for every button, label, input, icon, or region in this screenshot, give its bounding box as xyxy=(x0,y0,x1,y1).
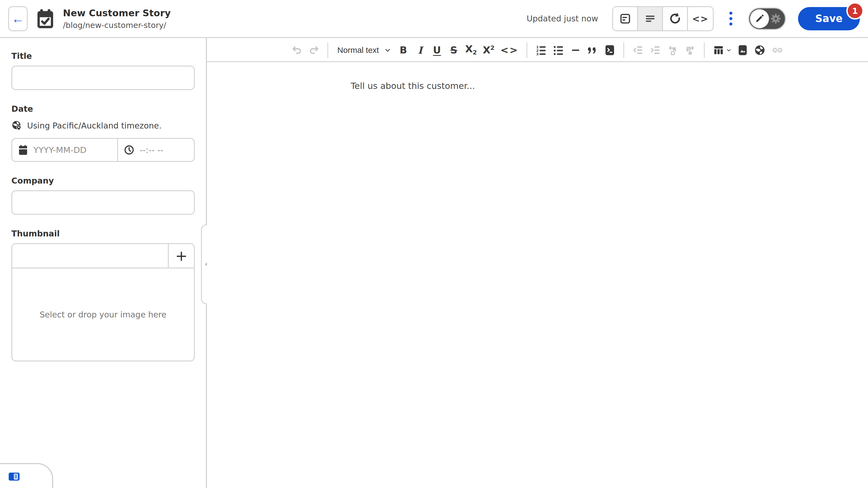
thumbnail-path-input[interactable] xyxy=(12,244,168,268)
view-mode-switcher: <> xyxy=(612,6,714,31)
thumbnail-input-row: + xyxy=(12,244,194,268)
table-icon xyxy=(713,44,724,56)
header-bar: ← New Customer Story /blog/new-customer-… xyxy=(0,0,868,38)
strikethrough-icon: S xyxy=(450,45,457,55)
view-mode-source-editor-button[interactable]: <> xyxy=(688,7,713,30)
subscript-button[interactable]: X2 xyxy=(464,42,478,58)
rotate-left-icon xyxy=(667,44,678,56)
view-mode-visual-editor-button[interactable] xyxy=(613,7,638,30)
bullet-list-button[interactable] xyxy=(551,42,566,58)
toolbar-divider xyxy=(527,42,527,58)
redo-button xyxy=(307,42,321,58)
rotate-left-button xyxy=(665,42,680,58)
outdent-button xyxy=(631,42,645,58)
title-field-label: Title xyxy=(11,51,195,61)
timezone-note-row: Using Pacific/Auckland timezone. xyxy=(11,120,195,131)
kebab-dot xyxy=(730,17,733,20)
content-editor-icon xyxy=(644,13,656,25)
metadata-sidebar: Title Date Using Pacific/Auckland timezo… xyxy=(0,39,206,488)
indent-icon xyxy=(650,44,661,56)
link-icon xyxy=(771,44,783,56)
view-mode-preview-button[interactable] xyxy=(663,7,688,30)
bold-button[interactable]: B xyxy=(396,42,410,58)
toolbar-divider xyxy=(328,42,328,58)
rich-text-editor[interactable]: Tell us about this customer... xyxy=(207,63,868,488)
inline-code-button[interactable]: <> xyxy=(499,42,520,58)
underline-button[interactable]: U xyxy=(430,42,444,58)
table-button[interactable] xyxy=(711,42,733,58)
company-field-label: Company xyxy=(11,176,195,186)
editor-toolbar: Normal text B I U S X2 X2 <> 1 xyxy=(207,39,868,62)
toolbar-divider xyxy=(704,42,705,58)
time-input[interactable] xyxy=(140,145,188,155)
globe-pin-icon xyxy=(11,120,22,131)
blockquote-button[interactable] xyxy=(585,42,600,58)
status-text: Updated just now xyxy=(527,14,598,23)
calendar-icon xyxy=(18,145,28,155)
timezone-note: Using Pacific/Auckland timezone. xyxy=(27,121,162,130)
bold-icon: B xyxy=(400,45,407,55)
globe-icon xyxy=(754,44,766,56)
thumbnail-add-button[interactable]: + xyxy=(168,244,194,268)
calendar-check-icon xyxy=(36,8,55,30)
date-input[interactable] xyxy=(33,145,111,155)
thumbnail-field-label: Thumbnail xyxy=(11,229,195,238)
company-input[interactable] xyxy=(11,190,195,215)
refresh-preview-icon xyxy=(669,12,681,25)
bullet-list-icon xyxy=(553,44,564,56)
italic-button[interactable]: I xyxy=(413,42,427,58)
rotate-right-icon xyxy=(684,44,696,56)
date-cell xyxy=(12,139,118,161)
header-left: ← New Customer Story /blog/new-customer-… xyxy=(8,6,171,31)
code-block-button[interactable] xyxy=(603,42,617,58)
image-icon xyxy=(738,44,748,56)
chevron-down-icon xyxy=(726,48,731,53)
page-title: New Customer Story xyxy=(63,8,171,19)
edit-settings-toggle[interactable] xyxy=(748,7,786,30)
header-right: Updated just now xyxy=(527,6,860,31)
horizontal-rule-button[interactable] xyxy=(568,42,583,58)
superscript-icon: X2 xyxy=(483,45,495,55)
datetime-input-group xyxy=(11,138,195,162)
app-window: ← New Customer Story /blog/new-customer-… xyxy=(0,0,868,488)
unsaved-changes-badge: 1 xyxy=(846,2,864,20)
inline-code-icon: <> xyxy=(500,45,518,55)
toggle-knob xyxy=(750,9,769,28)
thumbnail-dropzone[interactable]: Select or drop your image here xyxy=(12,268,194,361)
image-button[interactable] xyxy=(736,42,750,58)
superscript-button[interactable]: X2 xyxy=(481,42,496,58)
format-dropdown[interactable]: Normal text xyxy=(335,42,394,58)
time-cell xyxy=(118,139,194,161)
code-block-icon xyxy=(604,44,615,56)
clock-icon xyxy=(124,145,134,155)
pencil-icon xyxy=(754,13,765,24)
view-mode-content-editor-button[interactable] xyxy=(638,7,663,30)
dropzone-text: Select or drop your image here xyxy=(40,310,166,319)
ordered-list-button[interactable]: 1 2 3 xyxy=(534,42,549,58)
date-field-label: Date xyxy=(11,104,195,113)
back-arrow-icon: ← xyxy=(12,12,24,25)
kebab-dot xyxy=(730,12,733,14)
toolbar-divider xyxy=(623,42,624,58)
title-block: New Customer Story /blog/new-customer-st… xyxy=(63,8,171,30)
undo-icon xyxy=(291,45,303,56)
redo-icon xyxy=(308,45,319,56)
link-button xyxy=(770,42,785,58)
subscript-icon: X2 xyxy=(465,44,477,56)
indent-button xyxy=(648,42,663,58)
underline-icon: U xyxy=(433,45,441,55)
strikethrough-button[interactable]: S xyxy=(447,42,461,58)
back-button[interactable]: ← xyxy=(8,6,28,31)
ordered-list-icon: 1 2 3 xyxy=(535,44,547,56)
overflow-menu-button[interactable] xyxy=(725,9,736,28)
italic-icon: I xyxy=(418,45,423,55)
kebab-dot xyxy=(730,23,733,26)
title-input[interactable] xyxy=(11,66,195,90)
collapsed-panel-tab[interactable] xyxy=(0,463,53,488)
code-view-icon: <> xyxy=(692,13,709,24)
visual-editor-icon xyxy=(619,13,631,25)
editor-placeholder: Tell us about this customer... xyxy=(351,81,868,91)
globe-button[interactable] xyxy=(752,42,767,58)
thumbnail-control: + Select or drop your image here xyxy=(11,243,195,361)
chevron-down-icon xyxy=(384,47,391,54)
